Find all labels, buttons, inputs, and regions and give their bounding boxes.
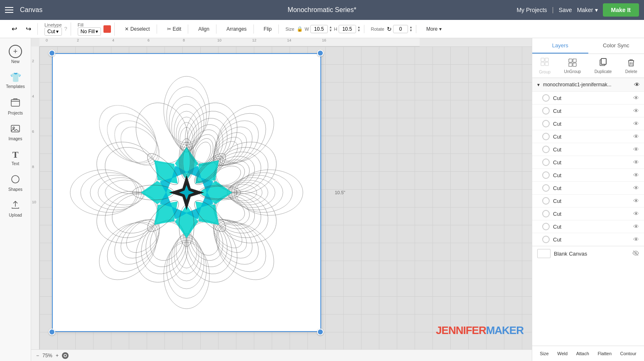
- panel-tabs: Layers Color Sync: [532, 38, 644, 54]
- sidebar-item-new[interactable]: + New: [1, 41, 29, 67]
- linetype-group: Linetype Cut ▾ ?: [41, 22, 71, 36]
- redo-button[interactable]: ↪: [22, 23, 34, 35]
- layer-item-2[interactable]: Cut 👁: [532, 105, 644, 117]
- new-icon: +: [9, 45, 22, 58]
- flatten-button[interactable]: Flatten: [594, 349, 615, 358]
- align-button[interactable]: Align: [195, 24, 213, 34]
- layer-item-5[interactable]: Cut 👁: [532, 143, 644, 156]
- blank-canvas-visibility-off-icon[interactable]: [632, 250, 639, 258]
- flip-button[interactable]: Flip: [261, 24, 275, 34]
- blank-canvas-label: Blank Canvas: [554, 251, 629, 257]
- layer-item-4[interactable]: Cut 👁: [532, 130, 644, 143]
- layer-eye-11[interactable]: 👁: [633, 223, 639, 230]
- layer-item-12[interactable]: Cut 👁: [532, 233, 644, 246]
- panel-actions: Group UnGroup: [532, 54, 644, 78]
- layer-name-1: Cut: [553, 95, 630, 101]
- linetype-value: Cut: [47, 29, 55, 34]
- layer-item-1[interactable]: Cut 👁: [532, 92, 644, 105]
- weld-button[interactable]: Weld: [554, 349, 571, 358]
- text-icon: T: [12, 149, 19, 160]
- layer-item-8[interactable]: Cut 👁: [532, 182, 644, 195]
- edit-button[interactable]: ✂ Edit: [164, 24, 185, 34]
- layer-group-header[interactable]: ▼ monochromatic1-jennifermak... 👁: [532, 78, 644, 92]
- rotate-input[interactable]: [393, 25, 408, 33]
- toolbar: ↩ ↪ Linetype Cut ▾ ? Fill No Fill ▾ ✕ De…: [0, 20, 644, 38]
- layer-eye-3[interactable]: 👁: [633, 120, 639, 127]
- layer-eye-10[interactable]: 👁: [633, 210, 639, 217]
- rotate-label: Rotate: [371, 27, 384, 32]
- delete-icon: [627, 58, 636, 68]
- sidebar-item-text[interactable]: T Text: [1, 146, 29, 169]
- ruler-mark-6: 6: [147, 38, 150, 42]
- layer-color-10: [542, 210, 550, 217]
- handle-bottom-left[interactable]: [49, 329, 55, 335]
- layer-eye-6[interactable]: 👁: [633, 159, 639, 166]
- deselect-button[interactable]: ✕ Deselect: [121, 24, 153, 34]
- fill-select[interactable]: No Fill ▾: [78, 27, 101, 36]
- sidebar-item-upload[interactable]: Upload: [1, 197, 29, 221]
- height-arrows[interactable]: ▲▼: [357, 26, 361, 32]
- layer-eye-9[interactable]: 👁: [633, 198, 639, 204]
- attach-button[interactable]: Attach: [573, 349, 592, 358]
- canvas-area[interactable]: 0 2 4 6 8 10 12 14 16 2 4 6 8 10: [31, 38, 532, 361]
- sidebar-item-projects[interactable]: Projects: [1, 94, 29, 119]
- layer-eye-12[interactable]: 👁: [633, 236, 639, 243]
- zoom-out-icon[interactable]: −: [36, 353, 39, 359]
- layer-item-3[interactable]: Cut 👁: [532, 117, 644, 130]
- layer-eye-4[interactable]: 👁: [633, 133, 639, 140]
- width-arrows[interactable]: ▲▼: [329, 26, 332, 32]
- arrange-button[interactable]: Arranges: [223, 24, 250, 34]
- zoom-in-icon[interactable]: +: [56, 353, 59, 359]
- handle-top-right[interactable]: [317, 50, 324, 56]
- handle-bottom-right[interactable]: [317, 329, 324, 335]
- canvas-viewport[interactable]: 10.5" JENNIFERMAKER: [39, 46, 532, 349]
- layer-item-7[interactable]: Cut 👁: [532, 169, 644, 182]
- layer-name-4: Cut: [553, 134, 630, 140]
- height-input[interactable]: [339, 25, 356, 33]
- more-label: More: [426, 26, 438, 32]
- zoom-fit-icon[interactable]: [62, 352, 69, 359]
- layer-eye-7[interactable]: 👁: [633, 172, 639, 178]
- layer-item-11[interactable]: Cut 👁: [532, 220, 644, 233]
- undo-button[interactable]: ↩: [8, 23, 20, 35]
- canvas-page[interactable]: 10.5": [52, 53, 321, 332]
- save-button[interactable]: Save: [559, 7, 572, 13]
- sidebar-item-images[interactable]: Images: [1, 120, 29, 144]
- ungroup-action[interactable]: UnGroup: [564, 58, 581, 74]
- layer-item-10[interactable]: Cut 👁: [532, 207, 644, 220]
- rotate-arrows[interactable]: ▲▼: [409, 26, 413, 32]
- maker-dropdown[interactable]: Maker ▾: [577, 7, 598, 13]
- my-projects-link[interactable]: My Projects: [516, 7, 547, 13]
- layer-item-9[interactable]: Cut 👁: [532, 195, 644, 207]
- layer-item-6[interactable]: Cut 👁: [532, 156, 644, 169]
- ruler-mark-8: 8: [183, 38, 185, 42]
- delete-action[interactable]: Delete: [625, 58, 637, 74]
- layer-eye-8[interactable]: 👁: [633, 185, 639, 191]
- blank-canvas-item[interactable]: Blank Canvas: [532, 246, 644, 261]
- contour-button[interactable]: Contour: [617, 349, 640, 358]
- fill-color-swatch[interactable]: [103, 25, 111, 33]
- make-it-button[interactable]: Make It: [603, 3, 639, 17]
- width-input[interactable]: [310, 25, 328, 33]
- hamburger-menu-icon[interactable]: [5, 7, 13, 13]
- tab-layers[interactable]: Layers: [532, 38, 588, 54]
- layer-color-2: [542, 107, 550, 115]
- sidebar-item-templates[interactable]: 👕 Templates: [1, 69, 29, 92]
- linetype-help-icon[interactable]: ?: [64, 26, 67, 32]
- duplicate-action[interactable]: Duplicate: [595, 58, 612, 74]
- width-label: W: [305, 27, 309, 32]
- layer-eye-1[interactable]: 👁: [633, 95, 639, 101]
- layer-eye-2[interactable]: 👁: [633, 107, 639, 114]
- size-button[interactable]: Size: [536, 349, 552, 358]
- group-visibility-icon[interactable]: 👁: [634, 81, 640, 88]
- linetype-select[interactable]: Cut ▾: [44, 27, 62, 36]
- layer-eye-5[interactable]: 👁: [633, 146, 639, 153]
- group-action[interactable]: Group: [539, 57, 551, 74]
- svg-point-36: [174, 234, 199, 274]
- sidebar-item-text-label: Text: [12, 161, 19, 166]
- nav-divider: |: [552, 6, 554, 14]
- handle-top-left[interactable]: [49, 50, 55, 56]
- sidebar-item-shapes[interactable]: Shapes: [1, 171, 29, 195]
- tab-color-sync[interactable]: Color Sync: [588, 38, 644, 54]
- more-button[interactable]: More ▾: [423, 24, 445, 34]
